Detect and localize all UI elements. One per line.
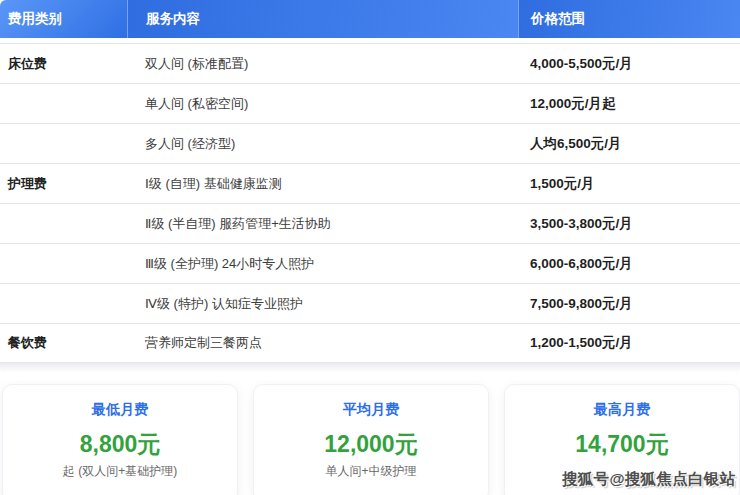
card-title: 最低月费 xyxy=(3,401,237,418)
card-avg-monthly-fee: 平均月费 12,000元 单人间+中级护理 xyxy=(253,384,489,495)
table-bottom-shadow xyxy=(0,363,740,375)
cell-price: 1,500元/月 xyxy=(518,175,740,193)
cell-service: 单人间 (私密空间) xyxy=(127,95,518,113)
table-row: Ⅱ级 (半自理) 服药管理+生活协助 3,500-3,800元/月 xyxy=(0,203,740,243)
cell-service: Ⅲ级 (全护理) 24小时专人照护 xyxy=(127,255,518,273)
header-cell-category: 费用类别 xyxy=(0,0,127,38)
table-row: 餐饮费 营养师定制三餐两点 1,200-1,500元/月 xyxy=(0,323,740,363)
cell-price: 12,000元/月起 xyxy=(518,95,740,113)
table-row: Ⅳ级 (特护) 认知症专业照护 7,500-9,800元/月 xyxy=(0,283,740,323)
card-title: 平均月费 xyxy=(254,401,488,418)
pricing-table: 费用类别 服务内容 价格范围 床位费 双人间 (标准配置) 4,000-5,50… xyxy=(0,0,740,375)
cell-price: 人均6,500元/月 xyxy=(518,135,740,153)
cell-price: 1,200-1,500元/月 xyxy=(518,334,740,352)
card-value: 8,800元 xyxy=(3,430,237,458)
table-row: 床位费 双人间 (标准配置) 4,000-5,500元/月 xyxy=(0,43,740,83)
cell-price: 6,000-6,800元/月 xyxy=(518,255,740,273)
card-subtitle: 单人间+中级护理 xyxy=(254,464,488,478)
header-cell-service: 服务内容 xyxy=(127,0,518,38)
table-row: 多人间 (经济型) 人均6,500元/月 xyxy=(0,123,740,163)
table-header-row: 费用类别 服务内容 价格范围 xyxy=(0,0,740,38)
card-title: 最高月费 xyxy=(505,401,739,418)
table-row: 单人间 (私密空间) 12,000元/月起 xyxy=(0,83,740,123)
cell-service: Ⅰ级 (自理) 基础健康监测 xyxy=(127,175,518,193)
cell-category: 餐饮费 xyxy=(0,334,127,352)
sohu-watermark: 搜狐号@搜狐焦点白银站 xyxy=(562,469,735,490)
cell-price: 7,500-9,800元/月 xyxy=(518,295,740,313)
cell-service: 营养师定制三餐两点 xyxy=(127,334,518,352)
cell-category: 床位费 xyxy=(0,55,127,73)
cell-price: 3,500-3,800元/月 xyxy=(518,215,740,233)
card-min-monthly-fee: 最低月费 8,800元 起 (双人间+基础护理) xyxy=(2,384,238,495)
card-subtitle: 起 (双人间+基础护理) xyxy=(3,464,237,478)
cell-service: 双人间 (标准配置) xyxy=(127,55,518,73)
cell-service: Ⅳ级 (特护) 认知症专业照护 xyxy=(127,295,518,313)
table-row: 护理费 Ⅰ级 (自理) 基础健康监测 1,500元/月 xyxy=(0,163,740,203)
cell-price: 4,000-5,500元/月 xyxy=(518,55,740,73)
card-value: 14,700元 xyxy=(505,430,739,458)
card-value: 12,000元 xyxy=(254,430,488,458)
cell-category: 护理费 xyxy=(0,175,127,193)
header-cell-price: 价格范围 xyxy=(518,0,740,38)
table-body: 床位费 双人间 (标准配置) 4,000-5,500元/月 单人间 (私密空间)… xyxy=(0,43,740,363)
table-row: Ⅲ级 (全护理) 24小时专人照护 6,000-6,800元/月 xyxy=(0,243,740,283)
cell-service: 多人间 (经济型) xyxy=(127,135,518,153)
cell-service: Ⅱ级 (半自理) 服药管理+生活协助 xyxy=(127,215,518,233)
